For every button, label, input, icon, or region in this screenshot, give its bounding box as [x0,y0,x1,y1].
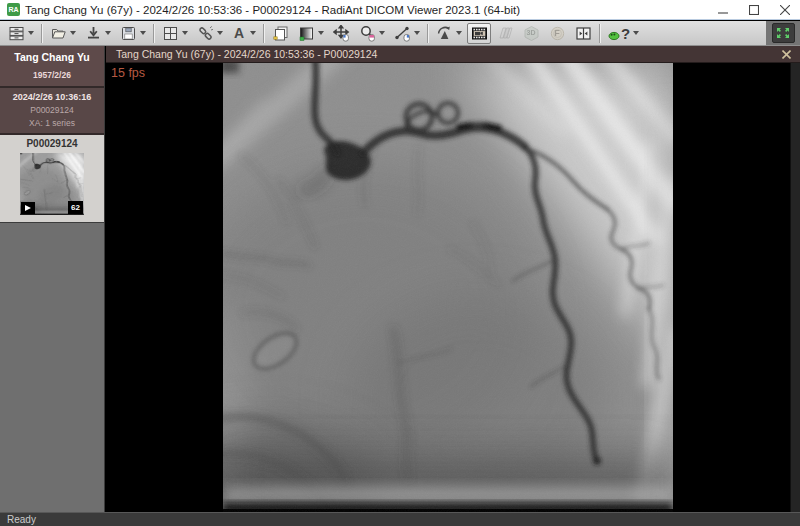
dropdown-arrow-icon [318,31,324,35]
dropdown-arrow-icon [140,31,146,35]
rotate-arrow-icon [435,24,453,42]
save-floppy-icon [119,24,137,42]
fps-overlay: 15 fps [111,66,145,80]
title-bar: RA Tang Chang Yu (67y) - 2024/2/26 10:53… [0,0,800,20]
viewer-tab[interactable]: Tang Chang Yu (67y) - 2024/2/26 10:53:36… [116,48,377,60]
export-save-button[interactable] [116,23,149,44]
status-bar: Ready [0,512,800,526]
cine-film-icon [470,24,488,42]
window-title: Tang Chang Yu (67y) - 2024/2/26 10:53:36… [25,4,520,16]
dropdown-arrow-icon [633,31,639,35]
toolbar-separator [263,24,264,43]
magnifier-icon [358,24,376,42]
play-icon [25,205,31,211]
annotations-button[interactable]: A [228,23,259,44]
maximize-button[interactable] [738,0,769,19]
measure-tool-button[interactable] [390,23,423,44]
synchronize-button[interactable] [193,23,226,44]
link-chain-icon [196,24,214,42]
fusion-circle-icon: F [548,24,566,42]
text-annotation-icon: A [231,25,247,41]
viewport-scrollbar-track[interactable] [790,63,800,512]
minimize-button[interactable] [707,0,738,19]
fusion-button: F [545,23,569,44]
toolbar-separator [153,24,154,43]
viewer-tab-bar: Tang Chang Yu (67y) - 2024/2/26 10:53:36… [106,46,800,63]
toolbar-separator [41,24,42,43]
cine-mode-button[interactable] [467,23,491,44]
mpr-button [493,23,517,44]
dropdown-arrow-icon [456,31,462,35]
zoom-tool-button[interactable] [355,23,388,44]
dropdown-arrow-icon [217,31,223,35]
dropdown-arrow-icon [182,31,188,35]
study-datetime: 2024/2/26 10:36:16 [2,92,102,102]
close-icon [780,5,790,15]
copy-to-clipboard-button[interactable] [268,23,292,44]
3d-cube-icon: 3D [522,24,540,42]
app-logo-icon: RA [7,3,20,16]
compare-split-button[interactable] [571,23,595,44]
fullscreen-button[interactable] [772,23,795,43]
mpr-planes-icon [496,24,514,42]
dropdown-arrow-icon [379,31,385,35]
grid-layout-icon [161,24,179,42]
maximize-icon [749,5,759,15]
viewer-area: Tang Chang Yu (67y) - 2024/2/26 10:53:36… [106,46,800,512]
fusion-label: F [554,28,560,38]
3d-vr-button: 3D [519,23,543,44]
dropdown-arrow-icon [250,31,256,35]
main-toolbar: A [0,21,800,46]
minimize-icon [718,5,728,15]
copy-pages-icon [271,24,289,42]
help-button[interactable]: ? [604,23,642,44]
dropdown-arrow-icon [70,31,76,35]
database-drawers-icon [7,24,25,42]
image-viewport[interactable]: 15 fps [106,63,790,512]
layout-button[interactable] [158,23,191,44]
close-button[interactable] [769,0,800,19]
import-button[interactable] [81,23,114,44]
series-label: P00029124 [0,135,104,153]
download-arrow-icon [84,24,102,42]
dropdown-arrow-icon [28,31,34,35]
fullscreen-arrows-icon [776,27,790,39]
play-badge[interactable] [21,202,35,214]
angiogram-image [223,63,673,512]
window-controls [707,0,800,19]
dropdown-arrow-icon [105,31,111,35]
3d-label: 3D [527,29,536,36]
rotate-flip-button[interactable] [432,23,465,44]
open-folder-icon [49,24,67,42]
open-folder-button[interactable] [46,23,79,44]
series-thumbnail[interactable]: 62 [20,153,84,215]
help-bug-icon [607,24,625,42]
series-browser-sidebar: Tang Chang Yu 1957/2/26 2024/2/26 10:36:… [0,46,105,512]
study-id: P00029124 [2,105,102,115]
window-level-gradient-icon [297,24,315,42]
tab-close-icon [782,50,791,59]
frame-count-badge: 62 [68,201,83,214]
toolbar-right-segment [766,21,800,45]
tab-close-button[interactable] [782,50,791,59]
length-measure-icon [393,24,411,42]
toolbar-separator [599,24,600,43]
pan-tool-button[interactable] [329,23,353,44]
pan-arrows-icon [332,24,350,42]
study-header[interactable]: 2024/2/26 10:36:16 P00029124 XA: 1 serie… [0,88,104,135]
split-screen-icon [574,24,592,42]
browse-database-button[interactable] [4,23,37,44]
dropdown-arrow-icon [414,31,420,35]
patient-header[interactable]: Tang Chang Yu 1957/2/26 [0,46,104,88]
series-panel: P00029124 62 [0,135,104,223]
radiant-dicom-viewer-window: { "window": { "title": "Tang Chang Yu (6… [0,0,800,526]
patient-name: Tang Chang Yu [2,51,102,63]
patient-birthdate: 1957/2/26 [2,70,102,80]
study-series-count: XA: 1 series [2,118,102,128]
window-level-button[interactable] [294,23,327,44]
status-text: Ready [7,514,36,525]
toolbar-separator [427,24,428,43]
